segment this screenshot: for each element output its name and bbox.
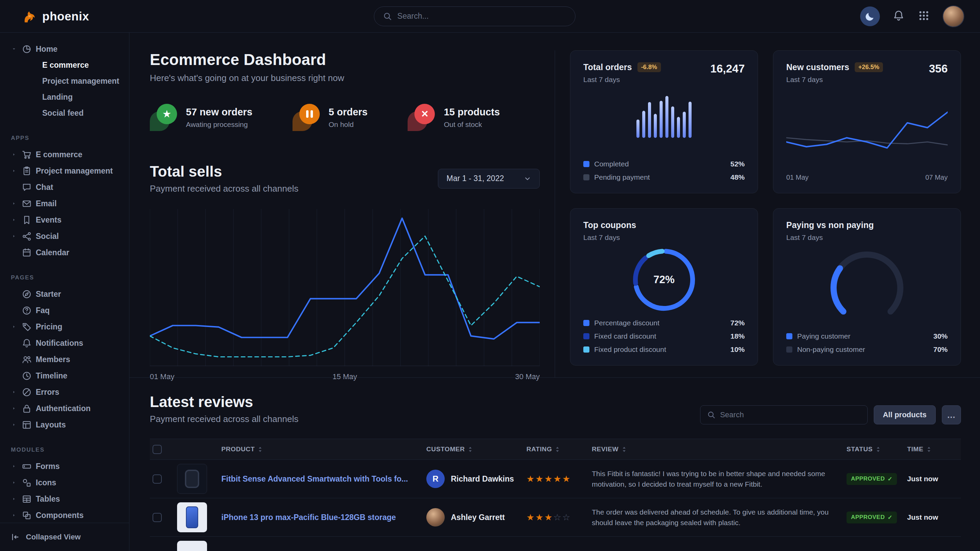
global-search-input[interactable] [398, 11, 566, 21]
sidebar-item-project-management[interactable]: Project management [8, 73, 122, 89]
grid-dots-icon [918, 10, 929, 21]
star-filled-icon: ★ [562, 474, 571, 484]
sidebar-item-authentication[interactable]: Authentication [8, 400, 122, 416]
sidebar-item-label: Forms [36, 462, 60, 471]
sidebar-item-icons[interactable]: Icons [8, 475, 122, 491]
sidebar-item-members[interactable]: Members [8, 351, 122, 368]
product-link[interactable]: Fitbit Sense Advanced Smartwatch with To… [221, 475, 417, 484]
sidebar-item-project-management[interactable]: Project management [8, 163, 122, 179]
sidebar-item-home[interactable]: Home [8, 41, 122, 57]
chevron-down-icon [524, 175, 531, 183]
collapse-view-label: Collapsed View [26, 533, 81, 541]
sidebar-item-tables[interactable]: Tables [8, 491, 122, 507]
product-link[interactable]: iPhone 13 pro max-Pacific Blue-128GB sto… [221, 513, 417, 522]
legend-label: Pending payment [594, 173, 650, 181]
chat-icon [22, 183, 32, 192]
user-avatar[interactable] [943, 5, 964, 27]
sidebar-item-e-commerce[interactable]: E commerce [8, 146, 122, 163]
navbar-actions [860, 5, 964, 27]
customer-cell[interactable]: Ashley Garrett [426, 508, 518, 527]
sidebar-item-layouts[interactable]: Layouts [8, 416, 122, 433]
legend-label: Percentage discount [594, 319, 659, 327]
customer-name: Ashley Garrett [451, 513, 505, 522]
column-header-rating[interactable]: RATING [527, 446, 583, 453]
date-range-select[interactable]: Mar 1 - 31, 2022 [438, 169, 540, 189]
stat-item: ★57 new ordersAwating processing [150, 104, 252, 131]
customer-cell[interactable]: RRichard Dawkins [426, 470, 518, 488]
sidebar-item-events[interactable]: Events [8, 212, 122, 228]
question-icon [22, 306, 32, 316]
legend-label: Paying customer [797, 332, 850, 340]
sidebar-item-label: Events [36, 216, 61, 225]
all-products-button[interactable]: All products [874, 405, 936, 424]
sidebar-item-calendar[interactable]: Calendar [8, 245, 122, 261]
legend-item: Completed 52% [583, 160, 745, 168]
caret-right-icon [10, 513, 18, 518]
new-customers-x-axis: 01 May 07 May [786, 173, 948, 181]
sidebar-item-faq[interactable]: Faq [8, 302, 122, 319]
change-badge: -6.8% [638, 62, 661, 72]
legend-label: Completed [594, 160, 629, 168]
caret-right-icon [10, 406, 18, 411]
reviews-search[interactable] [700, 405, 868, 424]
column-header-status[interactable]: STATUS [846, 446, 898, 453]
date-range-value: Mar 1 - 31, 2022 [446, 174, 504, 183]
reviews-search-input[interactable] [720, 410, 861, 419]
check-icon: ✓ [888, 514, 892, 521]
customer-name: Richard Dawkins [451, 475, 514, 484]
collapse-view-button[interactable]: Collapsed View [0, 523, 129, 551]
sidebar-item-label: Chat [36, 183, 53, 192]
legend-swatch [786, 346, 792, 353]
table-icon [22, 494, 32, 504]
sidebar-item-label: Faq [36, 306, 50, 315]
more-options-button[interactable]: ... [942, 405, 961, 424]
sidebar-item-social[interactable]: Social [8, 228, 122, 245]
bell-icon [893, 10, 904, 21]
sidebar-nav: HomeE commerceProject managementLandingS… [0, 33, 129, 523]
pie-chart-icon [22, 44, 32, 54]
sidebar-item-starter[interactable]: Starter [8, 286, 122, 302]
legend-label: Fixed card discount [594, 332, 656, 340]
stat-caption: Out of stock [444, 121, 500, 129]
caret-down-icon [10, 47, 18, 51]
sidebar-item-timeline[interactable]: Timeline [8, 368, 122, 384]
row-checkbox[interactable] [153, 513, 162, 522]
apps-grid-button[interactable] [917, 10, 930, 23]
select-all-checkbox[interactable] [153, 445, 162, 454]
sidebar-item-landing[interactable]: Landing [8, 89, 122, 105]
row-checkbox[interactable] [153, 475, 162, 484]
stat-caption: On hold [329, 121, 368, 129]
card-title: Total orders [583, 62, 632, 72]
stat-value: 15 products [444, 106, 500, 118]
legend-swatch [583, 346, 589, 353]
clipboard-icon [22, 166, 32, 176]
column-header-time[interactable]: TIME [907, 446, 961, 453]
column-header-product[interactable]: PRODUCT [221, 446, 417, 453]
notifications-button[interactable] [892, 10, 905, 23]
star-icon: ★ [162, 109, 172, 119]
sidebar-item-errors[interactable]: Errors [8, 384, 122, 400]
review-text: The order was delivered ahead of schedul… [592, 507, 838, 528]
column-header-review[interactable]: REVIEW [592, 446, 838, 453]
theme-toggle-button[interactable] [860, 6, 880, 26]
global-search[interactable] [374, 6, 576, 26]
sidebar-item-e-commerce[interactable]: E commerce [8, 57, 122, 73]
sidebar-item-notifications[interactable]: Notifications [8, 335, 122, 351]
sidebar-item-social-feed[interactable]: Social feed [8, 105, 122, 121]
sidebar-item-chat[interactable]: Chat [8, 179, 122, 195]
change-badge: +26.5% [855, 62, 883, 72]
sidebar-item-email[interactable]: Email [8, 195, 122, 212]
check-icon: ✓ [888, 475, 892, 483]
sidebar-item-label: Email [36, 199, 57, 208]
sidebar-item-pricing[interactable]: Pricing [8, 319, 122, 335]
brand[interactable]: phoenix [20, 8, 89, 25]
legend-value: 72% [730, 319, 745, 327]
sidebar-item-forms[interactable]: Forms [8, 458, 122, 475]
star-filled-icon: ★ [553, 474, 562, 484]
card-period: Last 7 days [786, 76, 883, 84]
sidebar-item-components[interactable]: Components [8, 507, 122, 523]
sort-icon [876, 446, 880, 452]
stats-row: ★57 new ordersAwating processing5 orders… [150, 104, 540, 131]
lock-icon [22, 403, 32, 413]
column-header-customer[interactable]: CUSTOMER [426, 446, 518, 453]
